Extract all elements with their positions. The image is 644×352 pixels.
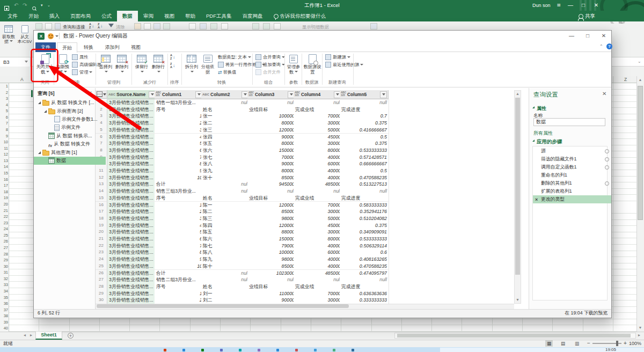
- query-item[interactable]: 从 数据 转换文件 [...: [34, 99, 100, 107]
- table-cell[interactable]: 2: [155, 120, 204, 127]
- table-cell[interactable]: 业绩目标: [247, 195, 297, 202]
- table-cell[interactable]: 90000: [247, 160, 297, 168]
- table-cell[interactable]: 10: [155, 263, 204, 270]
- taskbar-icon[interactable]: [352, 349, 354, 351]
- row-header[interactable]: 2: [0, 90, 8, 96]
- choose-columns-button[interactable]: 选择列: [98, 53, 113, 75]
- sort-ascending-button[interactable]: AZ↓: [170, 54, 175, 60]
- scroll-right-icon[interactable]: ▸: [638, 333, 640, 338]
- properties-button[interactable]: 属性: [72, 54, 88, 61]
- taskbar-icon[interactable]: [295, 349, 298, 351]
- ribbon-icon-placeholder[interactable]: [35, 23, 42, 30]
- share-button[interactable]: 共享: [579, 11, 595, 21]
- table-cell[interactable]: 业绩目标: [247, 283, 297, 291]
- table-cell[interactable]: 完成进度: [340, 106, 389, 114]
- table-cell[interactable]: 80000: [294, 147, 343, 155]
- cell-source-name[interactable]: 3月份销售业绩销售...: [107, 263, 158, 270]
- table-row-number[interactable]: 18: [96, 215, 107, 223]
- ribbon-icon-placeholder[interactable]: [144, 23, 151, 30]
- table-cell[interactable]: 完成业绩: [294, 106, 343, 114]
- cell-source-name[interactable]: 3月份销售业绩销售...: [107, 167, 158, 175]
- cell-source-name[interactable]: 3月份销售业绩销售...: [107, 283, 158, 291]
- all-properties-link[interactable]: 所有属性: [533, 130, 553, 137]
- advanced-editor-button[interactable]: 高级编辑器: [72, 61, 101, 68]
- table-cell[interactable]: 0.666666667: [340, 160, 389, 168]
- sort-desc-icon[interactable]: ZA↓: [98, 23, 103, 29]
- table-cell[interactable]: 50000: [294, 127, 343, 134]
- table-cell[interactable]: 8: [155, 160, 204, 168]
- column-header-a[interactable]: A: [20, 76, 24, 83]
- table-cell[interactable]: 0.474095797: [340, 270, 389, 277]
- row-header[interactable]: 23: [0, 220, 8, 226]
- row-header[interactable]: 37: [0, 307, 8, 313]
- pq-maximize-button[interactable]: □: [581, 31, 595, 40]
- table-cell[interactable]: 0.5: [340, 167, 389, 175]
- table-cell[interactable]: 0.533333333: [340, 147, 389, 155]
- steps-expand-icon[interactable]: [532, 140, 535, 142]
- cell-source-name[interactable]: 3月份销售业绩销售...: [107, 297, 158, 304]
- table-cell[interactable]: 张十: [201, 174, 251, 182]
- tell-me-box[interactable]: 告诉我你想要做什么: [268, 11, 332, 21]
- cell-source-name[interactable]: 3月份销售业绩销售...: [107, 106, 158, 114]
- applied-step[interactable]: 筛选的隐藏文件1: [533, 155, 611, 163]
- table-cell[interactable]: 陈十: [201, 263, 251, 270]
- table-cell[interactable]: 4: [155, 222, 204, 230]
- table-cell[interactable]: 0.506329114: [340, 243, 389, 250]
- keep-rows-button[interactable]: ✓ 保留行: [134, 53, 149, 75]
- table-cell[interactable]: 张二: [201, 120, 251, 127]
- applied-step[interactable]: 重命名的列1: [533, 171, 611, 179]
- type-icon-text[interactable]: ABC: [202, 93, 209, 96]
- cell-source-name[interactable]: 3月份销售业绩销售...: [107, 181, 158, 188]
- applied-step[interactable]: ×更改的类型: [533, 195, 611, 203]
- cell-source-name[interactable]: 3月份销售业绩销售...: [107, 113, 158, 120]
- ribbon-icon-placeholder[interactable]: [163, 23, 170, 30]
- page-layout-icon[interactable]: ▤: [559, 340, 567, 347]
- cell-source-name[interactable]: 3月份销售业绩销售...: [107, 290, 158, 298]
- taskbar-icon[interactable]: [239, 349, 241, 351]
- type-icon-text[interactable]: ABC: [108, 93, 115, 96]
- table-cell[interactable]: null: [201, 270, 251, 277]
- cell-source-name[interactable]: 3月份销售业绩销售...: [107, 256, 158, 263]
- query-settings-close-icon[interactable]: ✕: [602, 91, 606, 97]
- table-cell[interactable]: 张五: [201, 140, 251, 148]
- query-item[interactable]: 从 数据 转换文件: [34, 140, 106, 148]
- cell-source-name[interactable]: 3月份销售业绩销售...: [107, 120, 158, 127]
- table-cell[interactable]: 88000: [247, 229, 297, 236]
- split-column-button[interactable]: 拆分列: [184, 53, 199, 75]
- table-cell[interactable]: 6: [155, 236, 204, 243]
- minimize-button[interactable]: —: [565, 0, 576, 11]
- row-header[interactable]: 34: [0, 288, 8, 295]
- query-name-input[interactable]: [533, 118, 605, 126]
- taskbar-icon[interactable]: [258, 349, 260, 351]
- table-cell[interactable]: 合计: [155, 181, 204, 188]
- table-row-number[interactable]: 25: [96, 263, 107, 270]
- table-cell[interactable]: 10: [155, 174, 204, 182]
- table-cell[interactable]: 98000: [247, 256, 297, 263]
- row-header[interactable]: 18: [0, 189, 8, 195]
- table-cell[interactable]: 张一: [201, 113, 251, 120]
- table-cell[interactable]: 合计: [155, 270, 204, 277]
- table-cell[interactable]: 85000: [247, 208, 297, 216]
- table-cell[interactable]: 张四: [201, 134, 251, 141]
- page-break-icon[interactable]: ▥: [573, 340, 581, 347]
- combine-files-button[interactable]: 合并文件: [255, 69, 281, 76]
- table-cell[interactable]: 150000: [247, 236, 297, 243]
- table-cell[interactable]: null: [201, 188, 251, 195]
- append-queries-button[interactable]: 追加查询: [255, 61, 285, 68]
- row-header[interactable]: 38: [0, 313, 8, 319]
- sheet-next-icon[interactable]: ▸: [30, 333, 32, 338]
- cell-source-name[interactable]: 3月份销售业绩销售...: [107, 222, 158, 230]
- table-cell[interactable]: null: [247, 99, 297, 107]
- tab-insert[interactable]: 插入: [44, 11, 65, 21]
- table-cell[interactable]: 张六: [201, 147, 251, 155]
- table-cell[interactable]: 3: [155, 215, 204, 223]
- get-data-button[interactable]: 获取数据: [1, 24, 16, 44]
- pq-vertical-scrollbar-thumb[interactable]: [515, 98, 520, 275]
- sort-asc-icon[interactable]: AZ↓: [89, 23, 94, 29]
- table-row-number[interactable]: 11: [96, 167, 107, 175]
- table-cell[interactable]: 张九: [201, 167, 251, 175]
- table-cell[interactable]: 0.636363636: [340, 290, 389, 298]
- table-cell[interactable]: 30000: [294, 229, 343, 236]
- table-cell[interactable]: null: [340, 276, 389, 284]
- group-icon[interactable]: [252, 23, 259, 30]
